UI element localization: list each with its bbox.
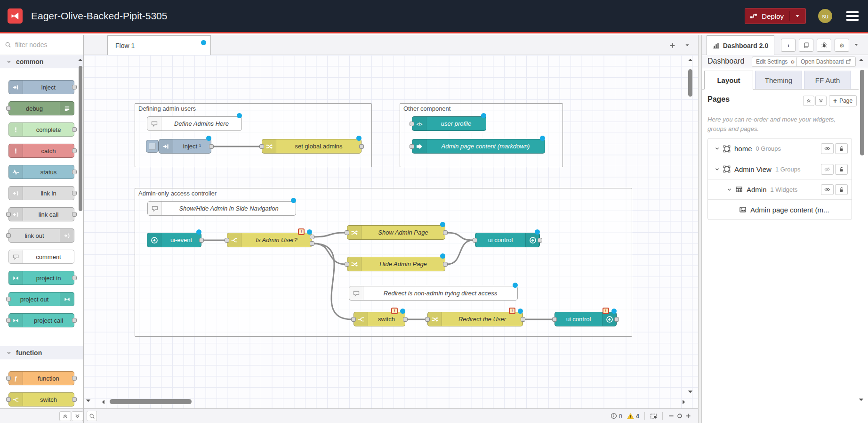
palette-node-project-in[interactable]: project in (8, 271, 74, 285)
wire-isadmin-to-hideadmin[interactable] (314, 244, 345, 264)
input-port[interactable] (473, 238, 477, 243)
palette-scrollbar[interactable] (79, 66, 82, 211)
palette-node-debug[interactable]: debug (8, 101, 74, 115)
output-port (72, 276, 77, 280)
palette-node-status[interactable]: status (8, 165, 74, 179)
tab-dashboard-2[interactable]: Dashboard 2.0 (707, 35, 774, 55)
palette-node-project-call[interactable]: project call (8, 313, 74, 327)
input-port[interactable] (410, 122, 414, 126)
help-tab-button[interactable] (799, 39, 813, 52)
canvas-search-button[interactable] (87, 411, 97, 421)
filter-nodes-input[interactable] (15, 41, 76, 49)
output-port-1[interactable] (310, 235, 314, 239)
output-port[interactable] (209, 144, 214, 149)
palette-scroll-up-arrow[interactable] (77, 57, 84, 64)
unlock-button[interactable] (835, 143, 848, 154)
sidebar-tabs-caret[interactable] (853, 41, 860, 48)
main-menu-button[interactable] (846, 11, 859, 21)
inject-button[interactable] (146, 140, 159, 153)
collapse-all-pages-button[interactable] (803, 96, 814, 106)
input-port[interactable] (345, 230, 349, 235)
eye-button[interactable] (821, 184, 834, 195)
input-port[interactable] (410, 144, 414, 149)
palette-node-link-out[interactable]: link out (8, 228, 74, 243)
user-avatar[interactable]: su (818, 9, 832, 23)
canvas-scroll-down-arrow[interactable] (687, 388, 694, 395)
palette-category-function[interactable]: function (0, 346, 83, 359)
tree-row-home[interactable]: home0 Groups (708, 138, 852, 159)
sidebar-scroll-down-arrow[interactable] (858, 396, 865, 403)
input-port[interactable] (225, 238, 229, 243)
zoom-in-button[interactable] (685, 413, 691, 419)
output-port[interactable] (614, 317, 619, 322)
tree-row-admin-page-content-m-[interactable]: Admin page content (m... (708, 199, 852, 220)
canvas-vertical-scrollbar[interactable] (688, 69, 692, 97)
wire-isadmin-to-showadmin[interactable] (314, 233, 345, 237)
output-port[interactable] (403, 317, 408, 322)
zoom-reset-button[interactable] (676, 413, 683, 419)
output-port[interactable] (443, 230, 448, 235)
tab-flow-1[interactable]: Flow 1 (107, 35, 211, 55)
output-port-2[interactable] (310, 241, 314, 246)
add-page-button[interactable]: +Page (829, 95, 857, 106)
eye-off-button[interactable] (821, 164, 834, 175)
palette-node-catch[interactable]: catch (8, 144, 74, 158)
chevron-down-icon[interactable] (727, 187, 732, 192)
flow-list-caret[interactable] (682, 41, 692, 50)
add-flow-button[interactable] (667, 41, 677, 50)
unlock-button[interactable] (835, 164, 848, 175)
input-port[interactable] (259, 144, 264, 149)
sidebar-splitter[interactable] (698, 35, 702, 423)
palette-node-complete[interactable]: complete (8, 122, 74, 137)
palette-node-link-in[interactable]: link in (8, 186, 74, 200)
debug-tab-button[interactable] (817, 39, 831, 52)
canvas-horizontal-scrollbar[interactable] (110, 399, 192, 404)
sidebar-scroll-up-arrow[interactable] (858, 57, 865, 64)
expand-all-pages-button[interactable] (815, 96, 827, 106)
deploy-button[interactable]: Deploy (745, 8, 806, 24)
zoom-out-button[interactable] (668, 413, 675, 419)
wire-hideadmin-to-uicontrol1[interactable] (447, 240, 473, 264)
palette-node-link-call[interactable]: link call (8, 207, 74, 221)
edit-settings-button[interactable]: Edit Settings⚙ (752, 57, 800, 67)
unlock-button[interactable] (835, 184, 848, 195)
navigator-toggle-icon[interactable] (650, 413, 657, 420)
flow-canvas[interactable]: Defining admin usersOther componentAdmin… (84, 55, 698, 408)
input-port[interactable] (425, 317, 430, 322)
expand-categories-button[interactable] (72, 411, 83, 421)
palette-node-function[interactable]: ffunction (8, 371, 74, 385)
palette-node-comment[interactable]: comment (8, 250, 74, 264)
info-tab-button[interactable]: i (781, 39, 796, 52)
tab-theming[interactable]: Theming (755, 71, 802, 89)
config-nodes-tab-button[interactable]: ⚙ (835, 39, 849, 52)
eye-button[interactable] (821, 143, 834, 154)
output-port[interactable] (199, 238, 204, 243)
palette-category-common[interactable]: common (0, 55, 83, 68)
canvas-scroll-left-arrow[interactable] (100, 399, 107, 406)
palette-node-inject[interactable]: inject (8, 80, 74, 94)
output-port[interactable] (521, 317, 525, 322)
chevron-down-icon[interactable] (715, 167, 720, 172)
output-port[interactable] (443, 262, 448, 267)
tree-row-admin-view[interactable]: Admin View1 Groups (708, 159, 852, 179)
tree-row-admin[interactable]: Admin1 Widgets (708, 179, 852, 199)
tab-layout[interactable]: Layout (704, 71, 753, 89)
output-port[interactable] (538, 238, 542, 243)
input-port[interactable] (351, 317, 356, 322)
palette-scroll-down-arrow[interactable] (85, 397, 92, 404)
wire-isadmin-to-switch2[interactable] (314, 244, 352, 319)
palette-node-switch[interactable]: switch (8, 392, 74, 407)
output-port[interactable] (359, 144, 364, 149)
deploy-options-caret-icon[interactable] (794, 13, 801, 19)
wire-showadmin-to-uicontrol1[interactable] (447, 233, 473, 240)
canvas-scroll-right-arrow[interactable] (680, 399, 687, 406)
chevron-down-icon[interactable] (715, 146, 720, 151)
input-port[interactable] (552, 317, 557, 322)
input-port[interactable] (345, 262, 349, 267)
palette-node-project-out[interactable]: project out (8, 292, 74, 306)
open-dashboard-button[interactable]: Open Dashboard (796, 57, 856, 67)
sidebar-scrollbar[interactable] (860, 70, 864, 155)
canvas-scroll-up-arrow[interactable] (687, 57, 694, 64)
tab-ff-auth[interactable]: FF Auth (804, 71, 851, 89)
collapse-categories-button[interactable] (59, 411, 71, 421)
